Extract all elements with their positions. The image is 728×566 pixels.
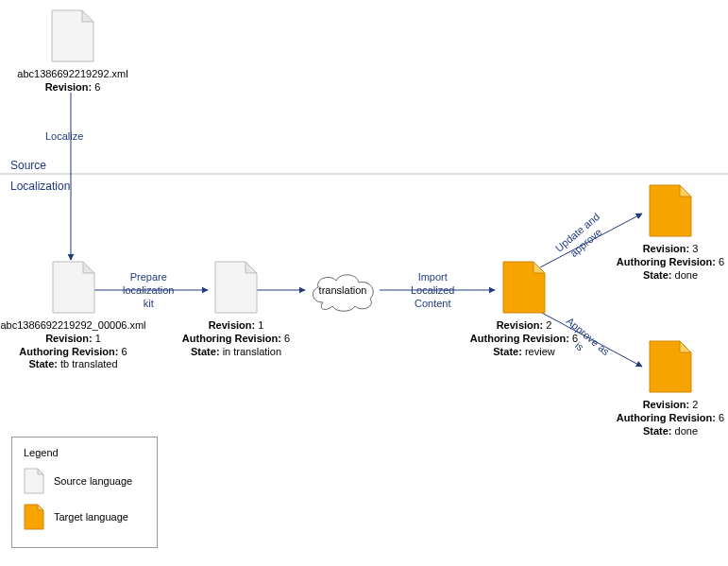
node-approved: Revision: 2 Authoring Revision: 6 State:… xyxy=(614,340,727,437)
state-value: done xyxy=(675,269,698,281)
revision-value: 1 xyxy=(95,333,101,344)
revision-value: 6 xyxy=(94,81,100,93)
state-value: tb translated xyxy=(60,358,118,369)
node-translation-cloud: translation xyxy=(304,270,381,314)
revision-value: 1 xyxy=(258,319,263,331)
state-label: State: xyxy=(493,346,522,357)
auth-value: 6 xyxy=(719,412,724,423)
legend-source-label: Source language xyxy=(54,475,132,487)
document-target-icon xyxy=(649,184,692,237)
revision-label: Revision: xyxy=(643,399,690,410)
state-label: State: xyxy=(28,358,58,369)
node-prepared: Revision: 1 Authoring Revision: 6 State:… xyxy=(179,261,293,358)
edge-label-update-approve: Update andapprove xyxy=(553,211,611,266)
revision-label: Revision: xyxy=(45,81,93,93)
edge-label-approve-as-is: Approve asis xyxy=(555,315,612,369)
state-value: in translation xyxy=(223,346,281,357)
document-icon xyxy=(214,261,258,314)
legend-row-target: Target language xyxy=(24,504,145,530)
document-target-icon xyxy=(24,504,44,530)
filename: abc1386692219292.xml xyxy=(11,68,134,81)
node-updated: Revision: 3 Authoring Revision: 6 State:… xyxy=(614,184,727,282)
cloud-label: translation xyxy=(304,284,381,296)
revision-label: Revision: xyxy=(45,333,93,344)
legend-title: Legend xyxy=(24,447,145,458)
document-icon xyxy=(52,261,95,314)
revision-label: Revision: xyxy=(497,319,544,331)
node-imported: Revision: 2 Authoring Revision: 6 State:… xyxy=(467,261,581,358)
document-icon xyxy=(24,468,44,494)
revision-value: 2 xyxy=(692,399,698,410)
section-label-localization: Localization xyxy=(10,180,70,193)
state-value: review xyxy=(525,346,555,357)
edge-text: Update andapprove xyxy=(553,211,604,259)
state-value: done xyxy=(675,425,698,437)
revision-label: Revision: xyxy=(209,319,256,331)
edge-label-localize: Localize xyxy=(45,130,83,144)
state-label: State: xyxy=(191,346,220,357)
revision-label: Revision: xyxy=(643,243,690,254)
state-label: State: xyxy=(643,269,672,281)
document-target-icon xyxy=(502,261,546,314)
legend-target-label: Target language xyxy=(54,511,128,523)
edge-text: Preparelocalizationkit xyxy=(123,271,174,309)
auth-label: Authoring Revision: xyxy=(617,412,716,423)
section-label-source: Source xyxy=(10,159,46,172)
edge-label-import: ImportLocalizedContent xyxy=(411,271,454,310)
document-target-icon xyxy=(649,340,692,393)
revision-value: 3 xyxy=(692,243,698,254)
state-label: State: xyxy=(643,425,672,437)
node-source-file: abc1386692219292.xml Revision: 6 xyxy=(11,9,134,94)
filename: abc1386692219292_00006.xml xyxy=(0,319,146,333)
document-icon xyxy=(51,9,94,62)
auth-value: 6 xyxy=(122,346,127,357)
auth-label: Authoring Revision: xyxy=(19,346,118,357)
auth-value: 6 xyxy=(719,256,724,267)
legend-row-source: Source language xyxy=(24,468,145,494)
edge-label-prepare: Preparelocalizationkit xyxy=(123,271,174,310)
auth-label: Authoring Revision: xyxy=(617,256,716,267)
edge-text: ImportLocalizedContent xyxy=(411,271,454,309)
auth-label: Authoring Revision: xyxy=(182,333,281,344)
revision-value: 2 xyxy=(546,319,551,331)
section-divider xyxy=(0,173,728,175)
legend-box: Legend Source language Target language xyxy=(11,437,158,548)
auth-value: 6 xyxy=(284,333,290,344)
